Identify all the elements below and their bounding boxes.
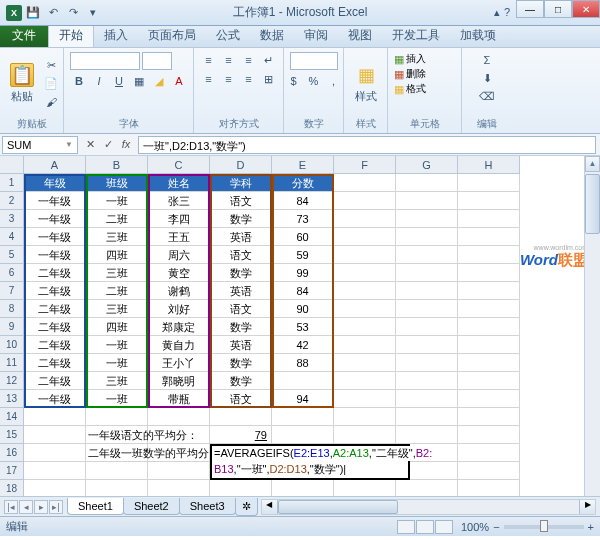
cell[interactable] (86, 480, 148, 496)
italic-button[interactable]: I (90, 73, 108, 89)
row-headers[interactable]: 123456789101112131415161718 (0, 174, 24, 496)
cell[interactable] (24, 408, 86, 426)
row-header[interactable]: 7 (0, 282, 24, 300)
cell[interactable]: 一年级 (24, 192, 86, 210)
cell[interactable] (148, 426, 210, 444)
currency-button[interactable]: $ (285, 73, 303, 89)
cell[interactable] (210, 480, 272, 496)
bold-button[interactable]: B (70, 73, 88, 89)
cell[interactable]: 带瓶 (148, 390, 210, 408)
cell[interactable] (334, 174, 396, 192)
cell[interactable]: 53 (272, 318, 334, 336)
sheet-nav-first[interactable]: |◂ (4, 500, 18, 514)
cell[interactable] (334, 354, 396, 372)
row-header[interactable]: 3 (0, 210, 24, 228)
cell[interactable]: 二年级 (24, 300, 86, 318)
cell[interactable]: 谢鹤 (148, 282, 210, 300)
cell[interactable] (148, 408, 210, 426)
cell[interactable]: 数学 (210, 354, 272, 372)
cell[interactable]: 73 (272, 210, 334, 228)
font-size-select[interactable] (142, 52, 172, 70)
clear-button[interactable]: ⌫ (478, 88, 496, 104)
cell[interactable] (334, 336, 396, 354)
row-header[interactable]: 16 (0, 444, 24, 462)
save-button[interactable]: 💾 (24, 4, 42, 22)
row-header[interactable]: 18 (0, 480, 24, 496)
file-tab[interactable]: 文件 (0, 24, 48, 47)
cell[interactable] (334, 300, 396, 318)
cell[interactable]: 一班 (86, 336, 148, 354)
paste-button[interactable]: 📋 粘贴 (6, 61, 38, 106)
format-button[interactable]: ▦格式 (394, 82, 426, 96)
cell[interactable] (24, 462, 86, 480)
col-header[interactable]: E (272, 156, 334, 174)
cell[interactable] (334, 480, 396, 496)
tab-data[interactable]: 数据 (250, 24, 294, 47)
row-header[interactable]: 15 (0, 426, 24, 444)
cell[interactable] (458, 390, 520, 408)
cell[interactable] (396, 228, 458, 246)
horizontal-scrollbar[interactable]: ◀ ▶ (261, 499, 596, 515)
cell[interactable] (458, 318, 520, 336)
cell[interactable] (458, 192, 520, 210)
cell[interactable]: 数学 (210, 264, 272, 282)
cell[interactable]: 一年级语文的平均分： (86, 426, 148, 444)
cell[interactable] (458, 228, 520, 246)
col-header[interactable]: G (396, 156, 458, 174)
close-button[interactable]: ✕ (572, 0, 600, 18)
cell[interactable]: 一班 (86, 192, 148, 210)
cell[interactable]: 59 (272, 246, 334, 264)
cell[interactable]: 二年级 (24, 264, 86, 282)
cell[interactable]: 周六 (148, 246, 210, 264)
name-box[interactable]: SUM ▼ (2, 136, 78, 154)
cell[interactable]: 英语 (210, 282, 272, 300)
align-right-button[interactable]: ≡ (240, 71, 258, 87)
select-all-corner[interactable] (0, 156, 24, 174)
cell[interactable]: 二年级 (24, 282, 86, 300)
cell[interactable]: 90 (272, 300, 334, 318)
tab-dev[interactable]: 开发工具 (382, 24, 450, 47)
cell[interactable]: 刘好 (148, 300, 210, 318)
cell[interactable]: 三班 (86, 264, 148, 282)
cell[interactable]: 数学 (210, 210, 272, 228)
wrap-button[interactable]: ↵ (260, 52, 278, 68)
cell[interactable] (458, 444, 520, 462)
cell[interactable] (458, 300, 520, 318)
hscroll-thumb[interactable] (278, 500, 398, 514)
cell[interactable] (458, 210, 520, 228)
copy-button[interactable]: 📄 (42, 76, 60, 92)
cell[interactable]: 二年级 (24, 354, 86, 372)
cell[interactable]: 二班 (86, 210, 148, 228)
cell[interactable]: 一班 (86, 354, 148, 372)
cell[interactable]: 四班 (86, 246, 148, 264)
cell[interactable]: 三班 (86, 372, 148, 390)
cell[interactable] (458, 462, 520, 480)
styles-button[interactable]: ▦ 样式 (350, 61, 382, 106)
cell[interactable] (396, 318, 458, 336)
cell[interactable] (334, 372, 396, 390)
sheet-tab-3[interactable]: Sheet3 (179, 498, 236, 515)
cell[interactable] (334, 408, 396, 426)
view-break-button[interactable] (435, 520, 453, 534)
cancel-formula-button[interactable]: ✕ (82, 138, 98, 151)
cell[interactable]: 一班 (86, 390, 148, 408)
sheet-tab-2[interactable]: Sheet2 (123, 498, 180, 515)
tab-layout[interactable]: 页面布局 (138, 24, 206, 47)
zoom-control[interactable]: 100% − + (461, 521, 594, 533)
cell[interactable] (334, 426, 396, 444)
cell[interactable]: 英语 (210, 336, 272, 354)
cell[interactable]: 60 (272, 228, 334, 246)
delete-button[interactable]: ▦删除 (394, 67, 426, 81)
row-header[interactable]: 9 (0, 318, 24, 336)
cell[interactable] (334, 246, 396, 264)
cell[interactable]: 语文 (210, 192, 272, 210)
sheet-nav-prev[interactable]: ◂ (19, 500, 33, 514)
tab-addins[interactable]: 加载项 (450, 24, 506, 47)
sheet-nav-next[interactable]: ▸ (34, 500, 48, 514)
cell[interactable] (396, 354, 458, 372)
col-header[interactable]: B (86, 156, 148, 174)
cell[interactable] (86, 462, 148, 480)
formula-input[interactable]: 一班",D2:D13,"数学") (138, 136, 596, 154)
cell[interactable] (396, 390, 458, 408)
scroll-up-button[interactable]: ▲ (585, 156, 600, 172)
